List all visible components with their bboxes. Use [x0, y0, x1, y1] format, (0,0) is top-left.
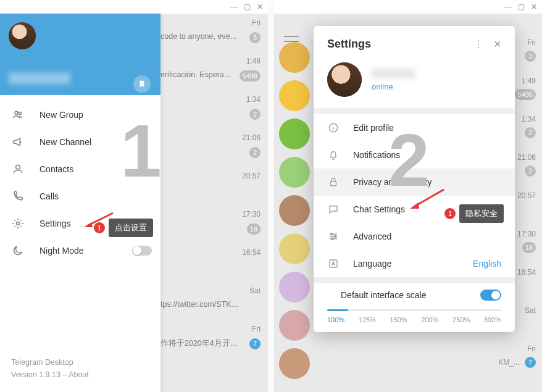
person-icon	[11, 162, 25, 176]
account-status: online	[372, 82, 415, 91]
side-drawer: New Group New Channel Contacts Calls Set…	[0, 14, 161, 392]
chat-time: 16:54	[517, 268, 536, 277]
chat-avatar	[279, 233, 310, 264]
svg-point-7	[331, 233, 333, 235]
scale-tick[interactable]: 150%	[390, 316, 407, 323]
svg-point-0	[15, 111, 18, 114]
unread-badge: 2	[249, 109, 261, 120]
settings-advanced[interactable]: Advanced	[314, 223, 515, 250]
chat-snippet: erificación. Espera...	[161, 70, 240, 79]
menu-calls[interactable]: Calls	[0, 183, 161, 210]
sliders-icon	[327, 230, 340, 243]
chat-avatar	[279, 80, 310, 111]
settings-header: Settings ⋮ ✕	[314, 26, 515, 60]
unread-badge: 2	[249, 147, 261, 158]
chat-avatar	[279, 272, 310, 302]
scale-tick[interactable]: 300%	[484, 316, 501, 323]
chat-time: Fri	[252, 325, 261, 333]
scale-tick[interactable]: 200%	[421, 316, 438, 323]
chat-time: 20:57	[242, 172, 261, 180]
item-label: Edit profile	[353, 123, 394, 133]
chat-avatar	[279, 119, 310, 149]
chat-snippet: KM_...	[498, 358, 520, 367]
item-label: Notifications	[353, 150, 400, 160]
tooltip: 点击设置	[109, 219, 153, 237]
menu-contacts[interactable]: Contacts	[0, 156, 161, 183]
app-version[interactable]: Version 1.9.13 – About	[11, 369, 149, 381]
max-button[interactable]: ▢	[244, 2, 251, 11]
phone-icon	[11, 190, 25, 203]
scale-default-toggle[interactable]	[480, 290, 501, 301]
settings-privacy[interactable]: Privacy and Security	[314, 169, 515, 196]
settings-profile[interactable]: online	[314, 60, 515, 108]
chat-snippet: code to anyone, eve...	[161, 32, 240, 41]
menu-night-mode[interactable]: Night Mode	[0, 237, 161, 264]
close-button[interactable]: ✕	[531, 2, 537, 11]
min-button[interactable]: —	[504, 2, 512, 11]
language-icon	[327, 257, 340, 270]
chat-time: 16:54	[242, 248, 261, 257]
menu-label: Settings	[40, 219, 71, 228]
scale-slider[interactable]	[327, 309, 501, 311]
lock-icon	[327, 176, 340, 188]
chat-avatar	[279, 310, 310, 341]
close-icon[interactable]: ✕	[488, 36, 506, 52]
menu-label: New Channel	[40, 137, 91, 147]
chat-time: 1:49	[522, 77, 536, 85]
right-window: — ▢ ✕ Fri31:4954961:34221:06220:5717:301…	[274, 0, 542, 392]
settings-edit-profile[interactable]: Edit profile	[314, 114, 515, 141]
chat-time: Sat	[525, 306, 536, 315]
item-label: Privacy and Security	[353, 177, 432, 187]
info-icon	[327, 122, 340, 134]
settings-notifications[interactable]: Notifications	[314, 141, 515, 169]
chat-time: Fri	[527, 38, 536, 47]
unread-badge: 18	[247, 223, 261, 235]
avatar[interactable]	[9, 22, 36, 49]
svg-rect-6	[331, 181, 336, 186]
item-value: English	[473, 259, 501, 269]
megaphone-icon	[11, 135, 25, 149]
account-name	[372, 69, 415, 78]
chat-time: Fri	[527, 344, 536, 353]
unread-badge: 3	[249, 32, 261, 43]
scale-tick[interactable]: 250%	[452, 316, 470, 323]
chat-time: 1:34	[522, 115, 536, 123]
scale-tick[interactable]: 100%	[327, 316, 344, 323]
settings-language[interactable]: Language English	[314, 250, 515, 277]
chat-avatar	[279, 348, 310, 379]
item-label: Language	[353, 259, 391, 269]
unread-badge: 2	[525, 127, 536, 138]
saved-messages-button[interactable]	[133, 75, 151, 93]
menu-new-group[interactable]: New Group	[0, 101, 161, 128]
svg-point-8	[335, 236, 336, 238]
unread-badge: 5496	[515, 89, 536, 100]
chat-row[interactable]: Fri7KM_...	[274, 344, 542, 383]
settings-modal: Settings ⋮ ✕ online Edit profile Notific…	[314, 26, 515, 332]
min-button[interactable]: —	[230, 2, 238, 11]
menu-new-channel[interactable]: New Channel	[0, 128, 161, 156]
chat-avatar	[279, 42, 310, 73]
item-label: Advanced	[353, 231, 391, 241]
chat-icon	[327, 203, 340, 215]
interface-scale: Default interface scale 100%125%150%200%…	[314, 283, 515, 323]
divider	[314, 277, 515, 283]
unread-badge: 7	[525, 357, 536, 368]
titlebar: — ▢ ✕	[0, 0, 268, 14]
max-button[interactable]: ▢	[518, 2, 525, 11]
more-icon[interactable]: ⋮	[469, 36, 488, 52]
unread-badge: 3	[525, 51, 536, 62]
scale-label: Default interface scale	[341, 290, 427, 300]
menu-label: Calls	[40, 191, 59, 201]
night-mode-toggle[interactable]	[132, 246, 152, 256]
menu-label: New Group	[40, 110, 83, 120]
chat-time: Fri	[252, 19, 261, 27]
titlebar: — ▢ ✕	[274, 0, 542, 14]
chat-avatar	[279, 157, 310, 188]
scale-tick[interactable]: 125%	[359, 316, 376, 323]
moon-icon	[11, 244, 25, 257]
menu-label: Night Mode	[40, 246, 84, 256]
svg-point-9	[331, 238, 333, 240]
close-button[interactable]: ✕	[257, 2, 263, 11]
chat-time: 1:49	[246, 57, 261, 65]
menu-label: Contacts	[40, 164, 73, 174]
